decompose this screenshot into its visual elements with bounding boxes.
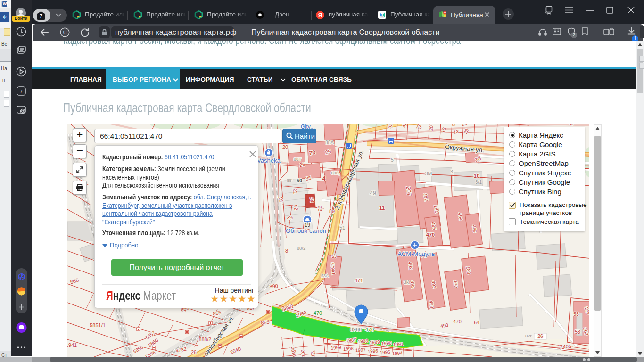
svg-text:88': 88'	[287, 178, 292, 183]
svg-text:865: 865	[261, 319, 270, 326]
svg-text:1995: 1995	[380, 349, 391, 355]
svg-text:53: 53	[317, 206, 323, 212]
svg-text:470: 470	[365, 327, 374, 332]
svg-text:1998: 1998	[343, 346, 354, 352]
svg-text:51: 51	[339, 225, 345, 230]
svg-text:3М: 3М	[425, 171, 432, 176]
svg-text:67901: 67901	[330, 262, 336, 275]
svg-text:43: 43	[416, 124, 422, 130]
svg-text:1997: 1997	[355, 347, 366, 353]
svg-text:88Т: 88Т	[294, 156, 302, 162]
svg-text:1941: 1941	[67, 342, 77, 348]
svg-text:Обнови салон: Обнови салон	[286, 227, 326, 234]
svg-text:53: 53	[573, 311, 579, 317]
svg-text:50: 50	[297, 178, 302, 183]
svg-text:2011: 2011	[300, 349, 306, 357]
svg-text:АСМ-Модуль: АСМ-Модуль	[398, 250, 435, 257]
svg-text:890: 890	[269, 283, 278, 289]
svg-text:1990: 1990	[381, 340, 392, 346]
svg-text:26: 26	[191, 349, 197, 355]
svg-text:20: 20	[282, 144, 288, 150]
svg-text:54: 54	[309, 197, 315, 203]
svg-text:3: 3	[450, 169, 453, 174]
svg-text:470: 470	[314, 310, 322, 316]
svg-text:73: 73	[309, 149, 316, 156]
svg-text:7405: 7405	[560, 343, 571, 349]
svg-text:3/1: 3/1	[475, 180, 482, 185]
svg-text:470: 470	[426, 232, 435, 238]
svg-text:52: 52	[293, 205, 299, 211]
svg-text:53: 53	[332, 254, 337, 259]
svg-text:35: 35	[305, 175, 312, 181]
svg-text:89: 89	[329, 208, 335, 214]
svg-text:4: 4	[322, 175, 326, 182]
svg-text:3966: 3966	[350, 327, 362, 332]
svg-text:64: 64	[474, 320, 479, 325]
svg-text:1991: 1991	[393, 341, 404, 347]
svg-text:82г: 82г	[525, 333, 532, 338]
svg-text:1996: 1996	[368, 348, 379, 354]
svg-text:20: 20	[429, 125, 434, 131]
svg-text:5851/1: 5851/1	[90, 322, 106, 328]
svg-text:10: 10	[474, 173, 480, 179]
svg-text:13: 13	[453, 128, 460, 135]
svg-text:492: 492	[407, 262, 413, 270]
svg-text:207: 207	[405, 186, 413, 196]
svg-text:Я: Я	[318, 12, 322, 19]
svg-text:470: 470	[453, 319, 462, 324]
svg-text:Vasheka: Vasheka	[257, 157, 281, 164]
svg-text:1987: 1987	[346, 337, 357, 343]
svg-text:88Ц: 88Ц	[331, 170, 339, 175]
svg-text:1999: 1999	[331, 345, 342, 350]
svg-text:172: 172	[453, 280, 458, 288]
svg-text:88/2: 88/2	[297, 246, 306, 251]
svg-text:53А: 53А	[321, 273, 329, 278]
svg-text:3К: 3К	[404, 280, 409, 285]
svg-text:7: 7	[20, 89, 23, 94]
svg-text:11: 11	[379, 205, 385, 211]
svg-text:1989: 1989	[370, 339, 380, 345]
svg-text:471: 471	[355, 278, 363, 283]
svg-text:493: 493	[431, 280, 437, 289]
svg-text:7: 7	[40, 13, 42, 19]
svg-text:1988: 1988	[358, 338, 369, 344]
svg-text:888/2: 888/2	[199, 337, 211, 342]
svg-text:492: 492	[410, 280, 415, 289]
svg-text:49: 49	[370, 190, 376, 197]
svg-text:26: 26	[537, 333, 543, 339]
svg-text:5: 5	[391, 157, 394, 163]
svg-text:Я: Я	[63, 30, 66, 35]
svg-text:26: 26	[299, 161, 305, 168]
svg-text:53: 53	[575, 329, 580, 335]
svg-text:1994: 1994	[392, 350, 403, 356]
svg-text:22: 22	[292, 188, 298, 195]
svg-text:88А: 88А	[325, 140, 334, 145]
svg-text:493: 493	[429, 300, 434, 309]
svg-text:8: 8	[285, 248, 288, 254]
